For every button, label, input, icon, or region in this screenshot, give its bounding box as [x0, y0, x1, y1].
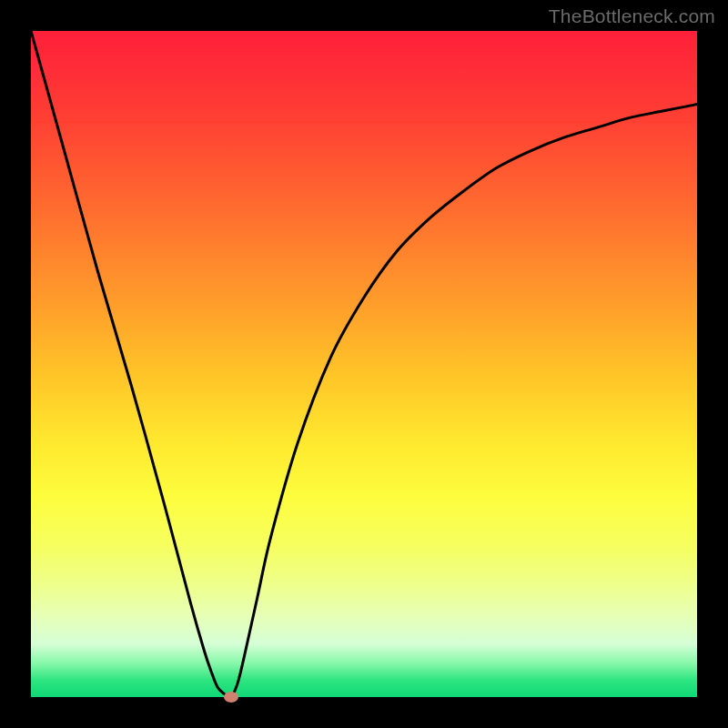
- minimum-marker: [224, 692, 238, 703]
- bottleneck-curve: [31, 31, 697, 697]
- chart-frame: TheBottleneck.com: [0, 0, 728, 728]
- watermark-text: TheBottleneck.com: [549, 5, 715, 27]
- plot-area: [31, 31, 697, 697]
- curve-path: [31, 31, 697, 697]
